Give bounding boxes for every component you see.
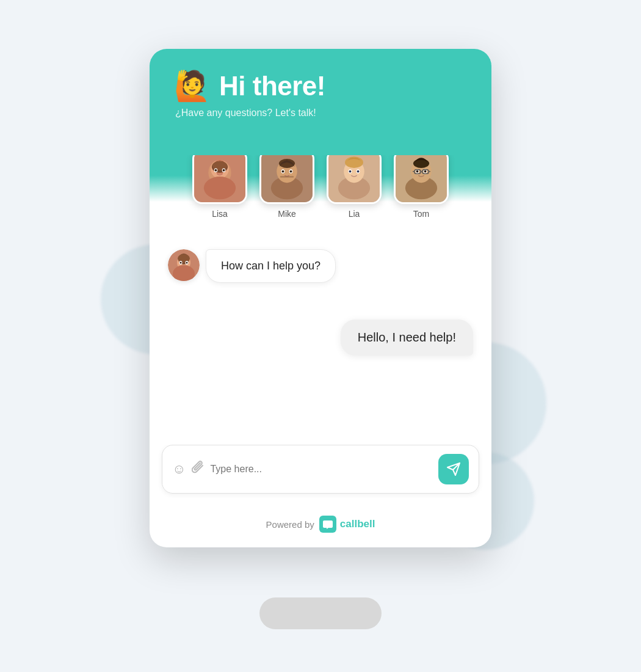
svg-point-18	[290, 170, 292, 173]
emoji-icon[interactable]: ☺	[172, 461, 186, 477]
input-bar: ☺	[162, 445, 479, 494]
bottom-pill	[259, 597, 382, 629]
agent-item-tom: Tom	[394, 149, 449, 219]
agent-avatar-lia[interactable]	[327, 149, 382, 204]
callbell-logo[interactable]: callbell	[319, 516, 375, 533]
agent-avatar-mike[interactable]	[259, 149, 314, 204]
svg-point-9	[215, 169, 217, 172]
outgoing-message-wrap: Hello, I need help!	[168, 320, 473, 356]
wave-emoji: 🙋	[174, 71, 211, 101]
outgoing-bubble: Hello, I need help!	[341, 320, 473, 356]
incoming-avatar	[168, 249, 200, 281]
agent-item-mike: Mike	[259, 149, 314, 219]
card-footer: Powered by callbell	[150, 506, 491, 547]
svg-point-35	[424, 170, 427, 173]
agents-row: Lisa	[150, 149, 491, 237]
incoming-bubble: How can I help you?	[206, 249, 336, 283]
agent-item-lisa: Lisa	[192, 149, 247, 219]
header-subtitle: ¿Have any questions? Let's talk!	[175, 108, 467, 119]
agent-name-mike: Mike	[278, 209, 296, 219]
incoming-text: How can I help you?	[221, 260, 320, 272]
svg-rect-19	[280, 176, 294, 178]
svg-point-17	[282, 170, 284, 173]
outgoing-text: Hello, I need help!	[358, 331, 456, 344]
svg-point-44	[178, 254, 190, 263]
svg-point-6	[204, 177, 236, 199]
svg-point-10	[223, 169, 225, 172]
incoming-message: How can I help you?	[168, 249, 473, 283]
callbell-brand-name: callbell	[340, 518, 375, 530]
attach-icon[interactable]	[192, 461, 204, 478]
chat-body: How can I help you? Hello, I need help!	[150, 237, 491, 445]
chat-widget-card: 🙋 Hi there! ¿Have any questions? Let's t…	[150, 49, 491, 547]
send-button[interactable]	[438, 454, 469, 484]
agent-avatar-lisa[interactable]	[192, 149, 247, 204]
svg-point-27	[357, 170, 360, 173]
svg-point-47	[180, 262, 182, 264]
agent-name-lisa: Lisa	[212, 209, 228, 219]
message-input[interactable]	[210, 464, 432, 475]
agent-name-lia: Lia	[349, 209, 360, 219]
svg-point-26	[349, 170, 352, 173]
svg-point-48	[186, 262, 188, 264]
card-header: 🙋 Hi there! ¿Have any questions? Let's t…	[150, 49, 491, 155]
agent-name-tom: Tom	[413, 209, 429, 219]
powered-by-text: Powered by	[266, 519, 314, 530]
scene: 🙋 Hi there! ¿Have any questions? Let's t…	[137, 37, 504, 635]
svg-point-34	[416, 170, 419, 173]
agent-item-lia: Lia	[327, 149, 382, 219]
svg-point-31	[413, 159, 429, 168]
agent-avatar-tom[interactable]	[394, 149, 449, 204]
header-title: Hi there!	[219, 71, 325, 101]
callbell-icon	[319, 516, 336, 533]
header-title-row: 🙋 Hi there!	[174, 71, 467, 101]
